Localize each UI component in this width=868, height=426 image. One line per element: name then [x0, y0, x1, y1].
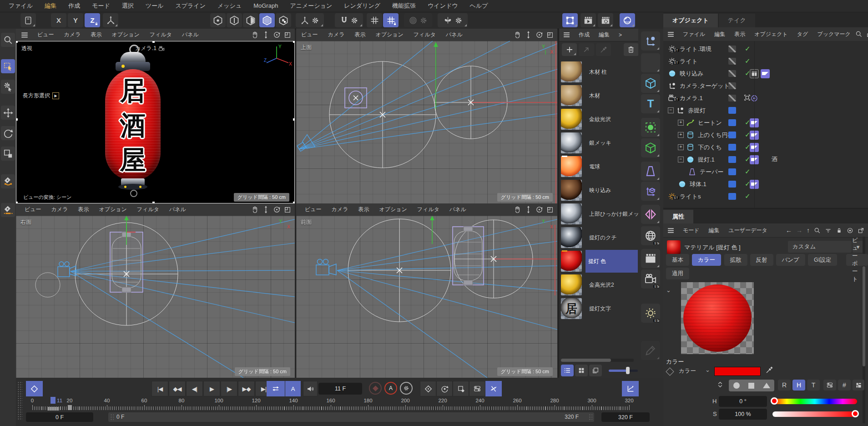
- film-slate-button[interactable]: [641, 249, 660, 268]
- solo-button[interactable]: [404, 13, 432, 27]
- grid-button[interactable]: [367, 13, 382, 27]
- light-button[interactable]: ST: [641, 304, 660, 323]
- model-mode-button[interactable]: [259, 13, 275, 27]
- edges-mode-button[interactable]: [227, 13, 242, 27]
- object-row[interactable]: +ヒートン✓: [663, 117, 868, 129]
- viewport-menu-オプション[interactable]: オプション: [370, 31, 408, 39]
- rgb-mode-button[interactable]: R: [778, 380, 791, 390]
- hsv-mode-button[interactable]: H: [792, 380, 805, 390]
- points-mode-button[interactable]: [210, 13, 226, 27]
- search-icon[interactable]: [855, 30, 863, 38]
- picture-mode-icon[interactable]: [763, 383, 770, 388]
- object-row[interactable]: 映り込み✓: [663, 67, 868, 80]
- z-axis-lock-button[interactable]: Z: [85, 13, 100, 27]
- enabled-check-icon[interactable]: ✓: [745, 167, 751, 176]
- viewport-menu-ビュー[interactable]: ビュー: [300, 206, 327, 213]
- channel-tab-ビューポート[interactable]: ビューポート: [846, 254, 868, 266]
- hex-mode-button[interactable]: #: [838, 380, 851, 390]
- render-settings-button[interactable]: [598, 13, 613, 27]
- rotate-button[interactable]: [1, 126, 15, 140]
- color-swatch[interactable]: [714, 367, 761, 376]
- camera-button[interactable]: ST: [641, 269, 660, 289]
- panel-menu-icon[interactable]: [663, 227, 678, 234]
- viewport-menu-パネル[interactable]: パネル: [177, 31, 204, 39]
- snap-button[interactable]: [335, 13, 363, 27]
- object-menu-ブックマーク[interactable]: ブックマーク: [812, 30, 855, 38]
- material-thumbnail[interactable]: [561, 274, 582, 295]
- menu-item-12[interactable]: 機能拡張: [386, 0, 422, 12]
- record-parameter-toggle[interactable]: [469, 381, 485, 396]
- material-menu-overflow[interactable]: >: [614, 32, 626, 38]
- search-icon[interactable]: [814, 227, 821, 234]
- delete-material-button[interactable]: [624, 43, 639, 56]
- menu-item-2[interactable]: 編集: [39, 0, 62, 12]
- move-button[interactable]: [1, 106, 15, 120]
- expand-icon[interactable]: +: [678, 144, 684, 150]
- layer-color-box[interactable]: [728, 193, 736, 200]
- menu-item-3[interactable]: 作成: [62, 0, 86, 12]
- prev-frame-button[interactable]: ◀|: [186, 381, 203, 396]
- orbit-icon[interactable]: [535, 31, 543, 39]
- panel-menu-icon[interactable]: [16, 31, 32, 39]
- object-row[interactable]: −赤提灯: [663, 104, 868, 117]
- menu-item-4[interactable]: モード: [86, 0, 116, 12]
- viewport-menu-オプション[interactable]: オプション: [106, 31, 144, 39]
- layer-color-box[interactable]: [728, 132, 736, 138]
- phong-tag[interactable]: [761, 69, 770, 78]
- keyframe-selection-button[interactable]: [400, 382, 413, 395]
- menu-item-6[interactable]: ツール: [140, 0, 170, 12]
- enabled-check-icon[interactable]: ✓: [745, 192, 751, 200]
- object-row[interactable]: STライト✓: [663, 55, 868, 67]
- maximize-icon[interactable]: [284, 31, 291, 39]
- material-thumbnail[interactable]: [561, 132, 582, 153]
- compact-toggle-icon[interactable]: [716, 380, 724, 389]
- viewport-menu-カメラ[interactable]: カメラ: [46, 206, 73, 213]
- render-view-button[interactable]: [562, 13, 578, 27]
- object-row[interactable]: テーパー✓: [663, 166, 868, 178]
- apply-button[interactable]: 適用: [666, 268, 689, 279]
- new-material-button[interactable]: [562, 43, 577, 56]
- viewport-menu-ビュー[interactable]: ビュー: [20, 206, 46, 213]
- temp-mode-button[interactable]: T: [807, 380, 820, 390]
- up-icon[interactable]: ↑: [807, 227, 810, 234]
- grid-lock-button[interactable]: [383, 13, 399, 27]
- texture-tag[interactable]: [761, 180, 770, 189]
- material-item[interactable]: 上部ひっかけ銀メッキ: [561, 203, 638, 225]
- layer-color-box[interactable]: [728, 181, 736, 188]
- menu-item-8[interactable]: メッシュ: [212, 0, 247, 12]
- material-thumbnail[interactable]: [561, 156, 582, 177]
- layer-color-box[interactable]: [728, 107, 736, 114]
- y-axis-lock-button[interactable]: Y: [68, 13, 83, 27]
- menu-item-14[interactable]: ヘルプ: [464, 0, 494, 12]
- autokey-record-button[interactable]: A: [384, 382, 397, 395]
- texture-tag[interactable]: [761, 155, 770, 164]
- spline-rectangle-button[interactable]: [641, 53, 660, 72]
- layer-color-box[interactable]: [728, 156, 736, 163]
- line-pen-button[interactable]: [1, 203, 15, 217]
- expand-icon[interactable]: +: [678, 120, 684, 126]
- autokey-button[interactable]: A: [285, 381, 301, 396]
- menu-item-9[interactable]: MoGraph: [247, 0, 284, 12]
- loop-button[interactable]: [267, 381, 285, 396]
- channel-tab-反射[interactable]: 反射: [750, 254, 773, 266]
- viewport-front-canvas[interactable]: YX 前面 グリッド間隔 : 50 cm: [296, 216, 557, 378]
- next-frame-button[interactable]: |▶: [221, 381, 237, 396]
- viewport-right[interactable]: ビューカメラ表示オプションフィルタパネル: [16, 203, 295, 378]
- current-frame-field[interactable]: 11 F: [318, 383, 362, 395]
- material-thumbnail[interactable]: [561, 227, 582, 248]
- viewport-menu-ビュー[interactable]: ビュー: [32, 31, 59, 39]
- texture-tag[interactable]: 酒: [772, 155, 781, 164]
- channel-tab-基本[interactable]: 基本: [666, 254, 689, 266]
- keyframe-diamond-icon[interactable]: [666, 367, 674, 375]
- sat-slider[interactable]: [772, 411, 857, 417]
- instance-button[interactable]: [641, 182, 660, 201]
- object-row[interactable]: STライト.環境✓: [663, 43, 868, 55]
- range-right-grip[interactable]: [589, 414, 592, 421]
- wheel-mode-icon[interactable]: [733, 382, 740, 389]
- material-thumbnail[interactable]: [561, 203, 582, 224]
- enabled-check-icon[interactable]: ✓: [745, 45, 751, 53]
- preset-dropdown[interactable]: カスタム: [788, 241, 852, 253]
- layer-pencil-box[interactable]: [728, 46, 736, 52]
- channel-tab-拡散[interactable]: 拡散: [724, 254, 747, 266]
- keyframe-cluster[interactable]: [47, 407, 59, 411]
